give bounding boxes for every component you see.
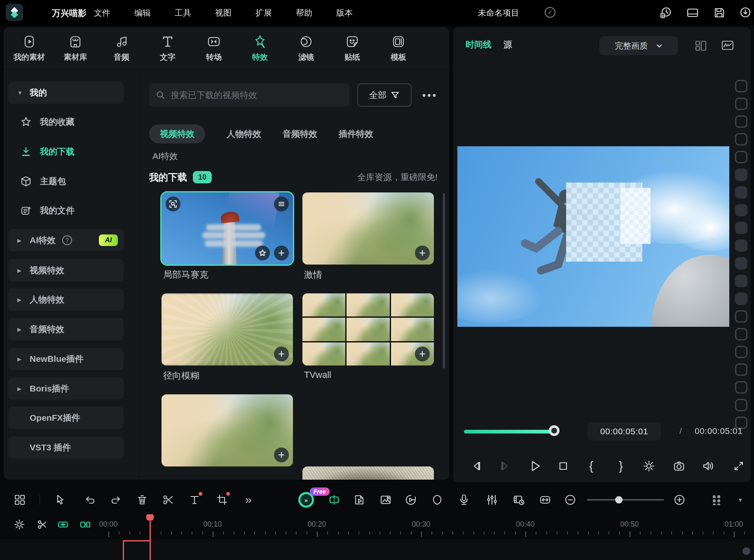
sidebar-item-downloads[interactable]: 我的下载 bbox=[20, 143, 127, 160]
tab-stock-media[interactable]: 素材库 bbox=[52, 27, 98, 69]
sidebar-item-theme-packs[interactable]: 主题包 bbox=[20, 173, 127, 190]
redo-icon[interactable] bbox=[109, 493, 123, 507]
add-effect-icon[interactable] bbox=[415, 347, 430, 361]
sidebar-item-my-files[interactable]: 我的文件 bbox=[20, 202, 127, 219]
snapshot-icon[interactable] bbox=[672, 459, 686, 473]
menu-file[interactable]: 文件 bbox=[94, 7, 110, 19]
timeline-tracks[interactable] bbox=[0, 539, 754, 560]
sidebar-group-ai-effects[interactable]: ▶ AI特效 ? AI bbox=[8, 229, 124, 251]
link-marker-icon[interactable] bbox=[57, 518, 69, 531]
menu-icon[interactable] bbox=[274, 197, 289, 211]
save-icon[interactable] bbox=[713, 6, 726, 19]
tab-text[interactable]: 文字 bbox=[145, 27, 191, 69]
tab-audio[interactable]: 音频 bbox=[98, 27, 145, 69]
speed-ramp-icon[interactable] bbox=[404, 493, 418, 507]
sidebar-group-audio-effects[interactable]: ▶ 音频特效 bbox=[8, 318, 124, 340]
mark-in-button[interactable]: { bbox=[584, 459, 598, 473]
favorite-icon[interactable] bbox=[255, 246, 270, 260]
layout-icon[interactable] bbox=[686, 6, 699, 19]
ripple-toggle-icon[interactable] bbox=[79, 518, 91, 531]
scan-face-icon[interactable] bbox=[166, 197, 180, 211]
scroll-knob[interactable] bbox=[742, 547, 750, 555]
help-icon[interactable]: ? bbox=[62, 235, 72, 245]
export-icon[interactable] bbox=[739, 6, 752, 19]
seek-bar[interactable] bbox=[464, 430, 554, 433]
text-tool-icon[interactable] bbox=[187, 493, 201, 507]
menu-tools[interactable]: 工具 bbox=[175, 7, 191, 19]
quality-dropdown[interactable]: 完整画质 bbox=[599, 36, 678, 55]
tab-templates[interactable]: 模板 bbox=[375, 27, 421, 69]
sidebar-group-mine[interactable]: ▼ 我的 bbox=[8, 82, 124, 104]
zoom-out-icon[interactable] bbox=[563, 493, 577, 507]
category-ai-effects[interactable]: AI特效 bbox=[152, 150, 178, 162]
sidebar-group-video-effects[interactable]: ▶ 视频特效 bbox=[8, 259, 124, 281]
zoom-in-icon[interactable] bbox=[672, 493, 686, 507]
tab-transitions[interactable]: 转场 bbox=[191, 27, 237, 69]
playhead[interactable] bbox=[150, 516, 151, 560]
crop-tool-icon[interactable] bbox=[215, 493, 229, 507]
play-button[interactable] bbox=[528, 459, 542, 473]
menu-extensions[interactable]: 扩展 bbox=[255, 7, 272, 19]
track-manager-dropdown-icon[interactable]: ▼ bbox=[733, 493, 747, 507]
sidebar-group-boris-plugins[interactable]: ▶ Boris插件 bbox=[8, 377, 124, 400]
tab-stickers[interactable]: 贴纸 bbox=[329, 27, 375, 69]
sidebar-group-person-effects[interactable]: ▶ 人物特效 bbox=[8, 288, 124, 311]
sidebar-group-vst3-plugins[interactable]: VST3 插件 bbox=[8, 436, 124, 459]
menu-view[interactable]: 视图 bbox=[215, 7, 232, 19]
freeze-frame-icon[interactable] bbox=[379, 493, 393, 507]
category-video-effects[interactable]: 视频特效 bbox=[149, 124, 205, 143]
split-icon[interactable] bbox=[161, 493, 175, 507]
add-effect-icon[interactable] bbox=[415, 246, 430, 260]
sidebar-item-favorites[interactable]: 我的收藏 bbox=[20, 114, 127, 130]
undo-icon[interactable] bbox=[83, 493, 97, 507]
effect-card-passion[interactable] bbox=[302, 192, 434, 265]
menu-version[interactable]: 版本 bbox=[336, 7, 353, 19]
auto-ripple-icon[interactable] bbox=[538, 493, 552, 507]
add-effect-icon[interactable] bbox=[274, 246, 289, 260]
scrollbar[interactable] bbox=[443, 193, 445, 368]
seek-knob[interactable] bbox=[549, 425, 560, 436]
stop-button[interactable] bbox=[556, 459, 570, 473]
mark-out-button[interactable]: } bbox=[614, 459, 628, 473]
scope-icon[interactable] bbox=[721, 39, 735, 53]
more-options-button[interactable]: ••• bbox=[422, 89, 439, 100]
delete-icon[interactable] bbox=[135, 493, 149, 507]
effect-card[interactable] bbox=[162, 394, 293, 466]
preview-tab-timeline[interactable]: 时间线 bbox=[466, 39, 492, 50]
add-effect-icon[interactable] bbox=[274, 347, 289, 361]
effect-card-tvwall[interactable] bbox=[302, 293, 434, 366]
select-tool-icon[interactable] bbox=[53, 493, 67, 507]
volume-icon[interactable] bbox=[701, 459, 715, 473]
category-audio-effects[interactable]: 音频特效 bbox=[283, 124, 317, 143]
search-box[interactable] bbox=[149, 83, 349, 107]
app-logo-icon[interactable] bbox=[6, 4, 23, 21]
effect-card-radial-blur[interactable] bbox=[162, 293, 293, 366]
filter-all-button[interactable]: 全部 bbox=[357, 83, 412, 107]
video-preview[interactable] bbox=[457, 146, 729, 327]
mask-icon[interactable] bbox=[430, 493, 444, 507]
tab-my-media[interactable]: 我的素材 bbox=[6, 27, 52, 69]
adjust-icon[interactable] bbox=[485, 493, 499, 507]
timeline-settings-icon[interactable] bbox=[13, 518, 26, 531]
history-icon[interactable] bbox=[659, 6, 672, 19]
media-browser-icon[interactable] bbox=[13, 493, 27, 507]
record-voiceover-icon[interactable] bbox=[457, 493, 471, 507]
category-person-effects[interactable]: 人物特效 bbox=[227, 124, 261, 143]
effect-card[interactable] bbox=[302, 466, 434, 480]
speed-clip-icon[interactable] bbox=[352, 493, 366, 507]
render-preview-icon[interactable] bbox=[512, 493, 526, 507]
playback-settings-icon[interactable] bbox=[642, 459, 656, 473]
more-tools-icon[interactable]: » bbox=[241, 493, 255, 507]
fullscreen-icon[interactable] bbox=[732, 459, 746, 473]
sidebar-group-newblue-plugins[interactable]: ▶ NewBlue插件 bbox=[8, 348, 124, 370]
unlink-clips-icon[interactable] bbox=[36, 518, 49, 531]
timeline-zoom-knob[interactable] bbox=[615, 496, 623, 504]
effect-card-mosaic[interactable] bbox=[162, 192, 293, 265]
previous-frame-button[interactable] bbox=[470, 459, 484, 473]
menu-help[interactable]: 帮助 bbox=[296, 7, 312, 19]
sidebar-group-openfx-plugins[interactable]: OpenFX插件 bbox=[8, 407, 124, 429]
current-timecode[interactable]: 00:00:05:01 bbox=[588, 422, 661, 441]
preview-tab-source[interactable]: 源 bbox=[503, 39, 512, 50]
category-plugin-effects[interactable]: 插件特效 bbox=[339, 124, 373, 143]
next-frame-button[interactable] bbox=[498, 459, 512, 473]
